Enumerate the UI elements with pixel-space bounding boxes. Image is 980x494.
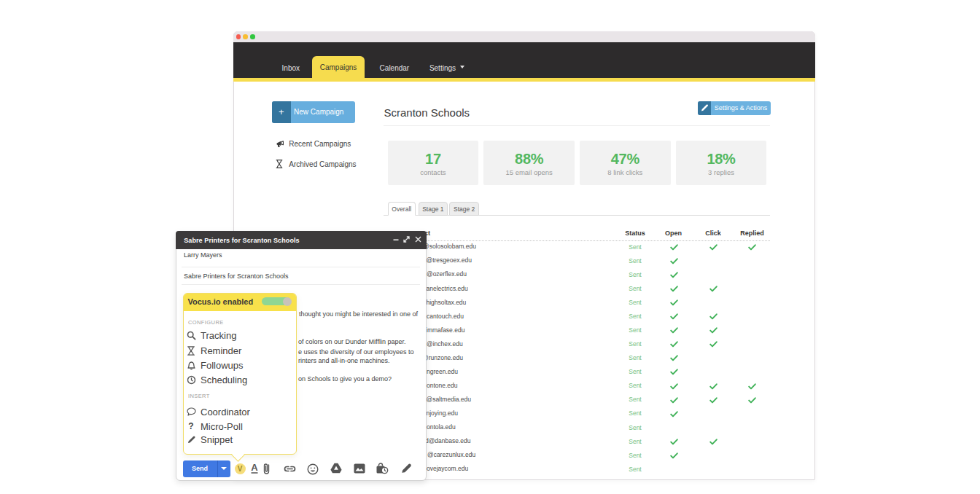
- svg-text:A: A: [251, 463, 258, 473]
